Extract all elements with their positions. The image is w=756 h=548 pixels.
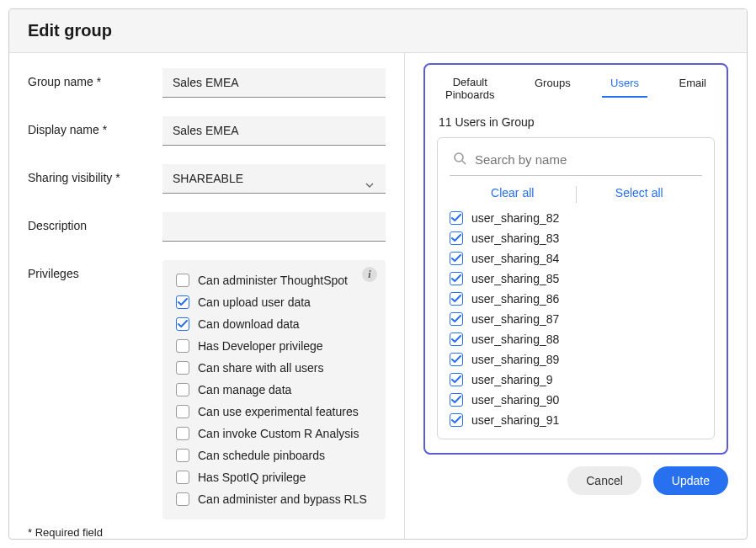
privilege-row[interactable]: Can schedule pinboards <box>176 449 372 462</box>
privilege-label: Has SpotIQ privilege <box>198 471 306 484</box>
search-input[interactable] <box>475 152 699 167</box>
user-name: user_sharing_83 <box>471 231 559 245</box>
info-icon[interactable]: i <box>362 267 377 282</box>
checkbox[interactable] <box>176 471 189 484</box>
user-list: user_sharing_82user_sharing_83user_shari… <box>450 211 702 427</box>
tabs-panel: Default PinboardsGroupsUsersEmail 11 Use… <box>423 63 728 455</box>
privilege-row[interactable]: Can share with all users <box>176 361 372 375</box>
checkbox[interactable] <box>176 492 189 506</box>
user-row[interactable]: user_sharing_89 <box>450 353 702 366</box>
modal-body: Group name * Display name * Sharing visi… <box>9 53 747 539</box>
checkbox[interactable] <box>450 393 463 407</box>
tab-default-pinboards[interactable]: Default Pinboards <box>437 72 503 109</box>
row-privileges: Privileges i Can administer ThoughtSpotC… <box>28 260 386 519</box>
sharing-visibility-select[interactable]: SHAREABLE <box>162 164 386 194</box>
user-row[interactable]: user_sharing_88 <box>450 333 702 346</box>
label-display-name: Display name * <box>28 116 162 136</box>
label-group-name: Group name * <box>28 68 162 88</box>
privilege-label: Can share with all users <box>198 361 323 375</box>
tab-users[interactable]: Users <box>602 72 647 98</box>
privileges-list: Can administer ThoughtSpotCan upload use… <box>176 274 372 506</box>
right-panel: Default PinboardsGroupsUsersEmail 11 Use… <box>405 53 747 539</box>
user-row[interactable]: user_sharing_87 <box>450 312 702 326</box>
modal-footer: Cancel Update <box>423 466 728 495</box>
checkbox[interactable] <box>450 333 463 346</box>
privilege-label: Can invoke Custom R Analysis <box>198 427 359 440</box>
clear-all-button[interactable]: Clear all <box>450 186 576 203</box>
user-row[interactable]: user_sharing_9 <box>450 373 702 386</box>
user-row[interactable]: user_sharing_90 <box>450 393 702 407</box>
tabs-bar: Default PinboardsGroupsUsersEmail <box>437 72 715 109</box>
user-name: user_sharing_88 <box>471 333 559 346</box>
checkbox[interactable] <box>176 361 189 375</box>
control-description <box>162 212 386 242</box>
control-display-name <box>162 116 386 146</box>
select-all-button[interactable]: Select all <box>577 186 703 203</box>
checkbox[interactable] <box>176 383 189 396</box>
privilege-label: Can upload user data <box>198 295 311 309</box>
checkbox[interactable] <box>176 405 189 418</box>
checkbox[interactable] <box>450 413 463 427</box>
privilege-row[interactable]: Has SpotIQ privilege <box>176 471 372 484</box>
user-name: user_sharing_9 <box>471 373 553 386</box>
checkbox[interactable] <box>450 353 463 366</box>
row-group-name: Group name * <box>28 68 386 98</box>
user-name: user_sharing_89 <box>471 353 559 366</box>
edit-group-modal: Edit group Group name * Display name * S… <box>8 8 748 540</box>
privilege-row[interactable]: Can administer ThoughtSpot <box>176 274 372 287</box>
privilege-label: Can administer and bypass RLS <box>198 492 367 506</box>
checkbox[interactable] <box>176 274 189 287</box>
user-row[interactable]: user_sharing_82 <box>450 211 702 225</box>
checkbox[interactable] <box>176 317 189 331</box>
checkbox[interactable] <box>176 295 189 309</box>
label-description: Description <box>28 212 162 232</box>
user-name: user_sharing_84 <box>471 252 559 265</box>
svg-point-0 <box>455 153 463 162</box>
search-row <box>450 148 702 176</box>
control-privileges: i Can administer ThoughtSpotCan upload u… <box>162 260 386 519</box>
privilege-row[interactable]: Can download data <box>176 317 372 331</box>
checkbox[interactable] <box>176 427 189 440</box>
checkbox[interactable] <box>450 231 463 245</box>
user-row[interactable]: user_sharing_84 <box>450 252 702 265</box>
display-name-input[interactable] <box>162 116 386 146</box>
privilege-row[interactable]: Has Developer privilege <box>176 339 372 353</box>
privilege-row[interactable]: Can use experimental features <box>176 405 372 418</box>
cancel-button[interactable]: Cancel <box>567 466 642 495</box>
privilege-label: Can manage data <box>198 383 291 396</box>
checkbox[interactable] <box>450 252 463 265</box>
user-row[interactable]: user_sharing_85 <box>450 272 702 285</box>
update-button[interactable]: Update <box>653 466 728 495</box>
checkbox[interactable] <box>450 312 463 326</box>
tab-groups[interactable]: Groups <box>526 72 579 96</box>
privilege-label: Can schedule pinboards <box>198 449 325 462</box>
user-row[interactable]: user_sharing_86 <box>450 292 702 306</box>
users-count: 11 Users in Group <box>439 115 715 129</box>
checkbox[interactable] <box>450 211 463 225</box>
checkbox[interactable] <box>450 272 463 285</box>
label-privileges: Privileges <box>28 260 162 280</box>
privilege-row[interactable]: Can invoke Custom R Analysis <box>176 427 372 440</box>
search-icon <box>453 152 466 168</box>
control-sharing-visibility: SHAREABLE <box>162 164 386 194</box>
privileges-box: i Can administer ThoughtSpotCan upload u… <box>162 260 386 519</box>
group-name-input[interactable] <box>162 68 386 98</box>
checkbox[interactable] <box>176 449 189 462</box>
control-group-name <box>162 68 386 98</box>
privilege-row[interactable]: Can administer and bypass RLS <box>176 492 372 506</box>
checkbox[interactable] <box>450 373 463 386</box>
modal-header: Edit group <box>9 9 747 53</box>
user-name: user_sharing_86 <box>471 292 559 306</box>
checkbox[interactable] <box>176 339 189 353</box>
privilege-row[interactable]: Can manage data <box>176 383 372 396</box>
user-row[interactable]: user_sharing_83 <box>450 231 702 245</box>
description-input[interactable] <box>162 212 386 242</box>
modal-title: Edit group <box>28 21 728 40</box>
required-field-note: * Required field <box>28 519 386 539</box>
user-name: user_sharing_85 <box>471 272 559 285</box>
checkbox[interactable] <box>450 292 463 306</box>
form-panel: Group name * Display name * Sharing visi… <box>9 53 405 539</box>
tab-email[interactable]: Email <box>671 72 716 96</box>
user-row[interactable]: user_sharing_91 <box>450 413 702 427</box>
privilege-row[interactable]: Can upload user data <box>176 295 372 309</box>
